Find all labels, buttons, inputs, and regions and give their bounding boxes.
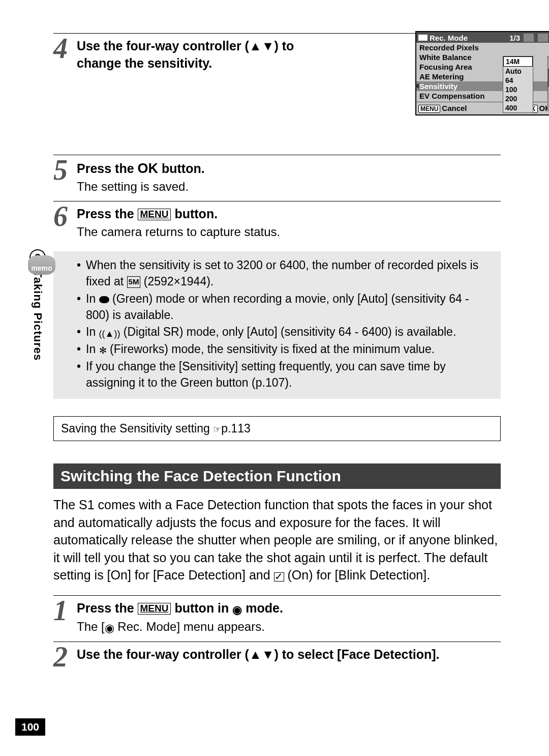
- step-description: The setting is saved.: [77, 179, 501, 195]
- step-heading: Use the four-way controller (▲▼) to chan…: [77, 38, 331, 72]
- menu-key-icon: MENU: [418, 105, 440, 113]
- step-description: The camera returns to capture status.: [77, 224, 501, 240]
- step-number: 5: [53, 159, 77, 195]
- step-description: The [◉ Rec. Mode] menu appears.: [77, 619, 501, 636]
- memo-item: In ((▲)) (Digital SR) mode, only [Auto] …: [77, 324, 494, 340]
- fireworks-icon: ✻: [99, 344, 107, 357]
- step-b2: 2 Use the four-way controller (▲▼) to se…: [53, 642, 501, 667]
- digital-sr-icon: ((▲)): [99, 328, 120, 340]
- page-content: 4 Use the four-way controller (▲▼) to ch…: [53, 33, 501, 674]
- menu-row: Recorded Pixels: [416, 43, 549, 52]
- up-down-arrows-icon: ▲▼: [249, 39, 274, 53]
- step-number: 2: [53, 646, 77, 667]
- camera-icon: [418, 35, 428, 41]
- step-b1: 1 Press the MENU button in ◉ mode. The […: [53, 595, 501, 635]
- camera-icon: ◉: [232, 602, 242, 618]
- menu-title: Rec. Mode: [430, 34, 468, 42]
- tab-icon: [523, 33, 534, 42]
- green-mode-icon: [99, 296, 109, 303]
- chapter-title: Taking Pictures: [31, 271, 44, 361]
- checkbox-on-icon: ✓: [274, 572, 284, 581]
- step-heading: Press the MENU button in ◉ mode.: [77, 600, 501, 618]
- menu-value-column: 14M Auto 64 100 200 400: [503, 56, 533, 113]
- section-paragraph: The S1 comes with a Face Detection funct…: [53, 496, 501, 584]
- 5m-icon: 5M: [127, 276, 141, 288]
- menu-page: 1/3: [509, 34, 520, 42]
- memo-icon: memo: [28, 255, 55, 275]
- step-heading: Use the four-way controller (▲▼) to sele…: [77, 646, 501, 663]
- menu-button-label: MENU: [138, 603, 171, 615]
- camera-icon: ◉: [105, 621, 114, 636]
- pointer-icon: ☞: [213, 424, 221, 434]
- step-heading: Press the OK button.: [77, 159, 501, 178]
- memo-item: If you change the [Sensitivity] setting …: [77, 359, 494, 391]
- step-number: 1: [53, 600, 77, 635]
- memo-item: In ✻ (Fireworks) mode, the sensitivity i…: [77, 341, 494, 358]
- page-number: 100: [15, 718, 45, 736]
- up-down-arrows-icon: ▲▼: [249, 647, 274, 661]
- cross-reference-box: Saving the Sensitivity setting ☞p.113: [53, 416, 501, 441]
- section-heading: Switching the Face Detection Function: [53, 463, 501, 489]
- step-5: 5 Press the OK button. The setting is sa…: [53, 155, 501, 195]
- tab-icon: [537, 33, 548, 42]
- menu-header: Rec. Mode 1/3: [416, 32, 549, 43]
- memo-box: memo When the sensitivity is set to 3200…: [53, 251, 501, 399]
- menu-button-label: MENU: [138, 209, 171, 220]
- ok-button-label: OK: [138, 161, 159, 176]
- step-6: 6 Press the MENU button. The camera retu…: [53, 201, 501, 240]
- step-number: 4: [53, 38, 77, 72]
- step-heading: Press the MENU button.: [77, 206, 501, 223]
- memo-item: In (Green) mode or when recording a movi…: [77, 291, 494, 323]
- lcd-menu-screenshot: Rec. Mode 1/3 Recorded Pixels White Bala…: [415, 31, 549, 115]
- memo-item: When the sensitivity is set to 3200 or 6…: [77, 257, 494, 289]
- step-number: 6: [53, 206, 77, 240]
